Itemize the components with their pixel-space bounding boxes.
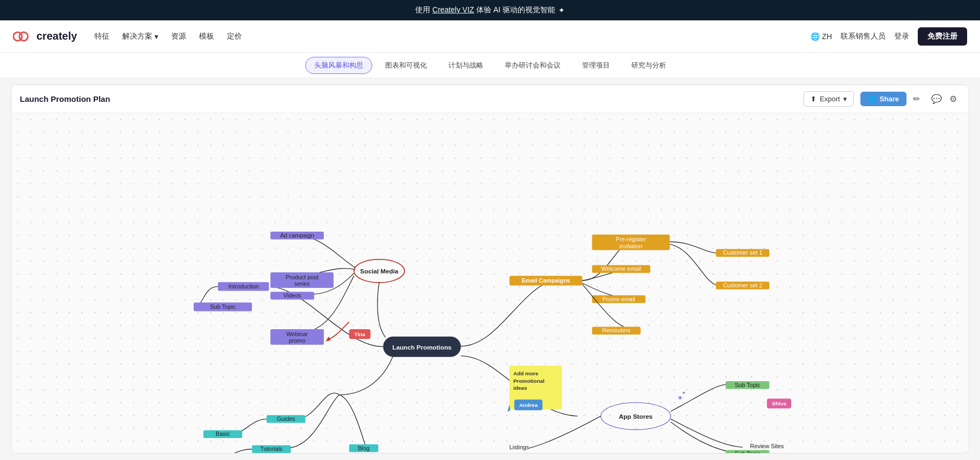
listings-label: Listings <box>509 444 529 450</box>
tutorials-label: Tutorials <box>260 446 283 452</box>
sparkle-small: ✦ <box>682 390 686 396</box>
product-post-label: Product post <box>286 274 319 280</box>
nav-features[interactable]: 特征 <box>94 32 109 41</box>
tab-projects[interactable]: 管理项目 <box>573 57 618 73</box>
tab-research[interactable]: 研究与分析 <box>623 57 675 73</box>
app-stores-label: App Stores <box>619 413 653 420</box>
chevron-down-icon: ▾ <box>154 32 158 41</box>
review-sites-label: Review Sites <box>750 443 784 449</box>
center-node-label: Launch Promotions <box>392 344 452 351</box>
nav-links: 特征 解决方案 ▾ 资源 模板 定价 <box>94 32 794 41</box>
nav-resources[interactable]: 资源 <box>171 32 186 41</box>
nav-pricing[interactable]: 定价 <box>227 32 242 41</box>
tab-charts[interactable]: 图表和可视化 <box>377 57 436 73</box>
customer-set2-label: Customer set 2 <box>723 282 763 288</box>
introduction-label: Introduction <box>229 283 259 290</box>
globe-icon: 🌐 <box>810 32 820 41</box>
canvas-toolbar: Launch Promotion Plan ⬆ Export ▾ 🌐 Share… <box>11 85 969 113</box>
subtopic-right1-label: Sub Topic <box>735 382 761 388</box>
sticky-line3: ideas <box>513 385 527 391</box>
webinar-promo-label2: promo <box>289 337 306 344</box>
sticky-line1: Add more <box>513 370 539 376</box>
mindmap-area[interactable]: Launch Promotions Introduction Sub Topic… <box>11 113 969 453</box>
toolbar-right: ✏ 💬 ⚙ <box>913 94 960 105</box>
register-button[interactable]: 免费注册 <box>918 27 967 46</box>
logo-icon <box>13 31 32 42</box>
welcome-email-label: Welcome email <box>601 265 641 272</box>
canvas-container: Launch Promotion Plan ⬆ Export ▾ 🌐 Share… <box>11 85 969 454</box>
blog-label: Blog <box>358 445 370 451</box>
main-nav: creately 特征 解决方案 ▾ 资源 模板 定价 🌐 ZH 联系销售人员 … <box>0 20 980 53</box>
andrea-tag: Andrea <box>519 402 538 408</box>
export-icon: ⬆ <box>810 95 816 103</box>
webinar-promo-label1: Webinar <box>286 331 308 337</box>
shiva-tag: Shiva <box>772 400 786 406</box>
svg-point-1 <box>19 32 28 41</box>
top-banner: 使用 Creately VIZ 体验 AI 驱动的视觉智能 ✦ <box>0 0 980 20</box>
mindmap-svg: Launch Promotions Introduction Sub Topic… <box>11 113 969 453</box>
subtopic-right2-label: Sub Topic <box>735 450 761 453</box>
edit-icon[interactable]: ✏ <box>913 94 924 105</box>
basic-label: Basic <box>216 431 230 437</box>
tina-tag: Tina <box>355 331 366 337</box>
ad-campaign-label: Ad campaign <box>280 232 314 239</box>
guides-label: Guides <box>277 416 296 422</box>
logo-text: creately <box>36 30 77 42</box>
contact-sales-link[interactable]: 联系销售人员 <box>841 32 886 41</box>
subtopic-intro-label: Sub Topic <box>210 303 236 310</box>
customer-set1-label: Customer set 1 <box>723 249 763 256</box>
banner-text: 使用 Creately VIZ 体验 AI 驱动的视觉智能 <box>415 5 555 15</box>
share-globe-icon: 🌐 <box>868 95 876 103</box>
language-selector[interactable]: 🌐 ZH <box>810 32 832 41</box>
promo-email-label: Promo email <box>602 296 635 302</box>
nav-right: 🌐 ZH 联系销售人员 登录 免费注册 <box>810 27 967 46</box>
settings-icon[interactable]: ⚙ <box>949 94 960 105</box>
sticky-line2: Promotional <box>513 378 544 384</box>
logo[interactable]: creately <box>13 30 77 42</box>
videos-label: Videos <box>283 292 301 299</box>
product-post-series-label: series <box>294 280 311 287</box>
share-button[interactable]: 🌐 Share <box>860 92 907 106</box>
nav-solutions[interactable]: 解决方案 ▾ <box>122 32 158 41</box>
nav-templates[interactable]: 模板 <box>199 32 214 41</box>
banner-link[interactable]: Creately VIZ <box>432 5 474 14</box>
sub-nav: 头脑风暴和构思 图表和可视化 计划与战略 举办研讨会和会议 管理项目 研究与分析 <box>0 53 980 78</box>
comment-icon[interactable]: 💬 <box>931 94 942 105</box>
sparkle-icon: ✦ <box>558 6 565 14</box>
dropdown-icon: ▾ <box>843 95 847 103</box>
login-button[interactable]: 登录 <box>894 32 909 41</box>
reminders-label: Reminders <box>602 327 631 333</box>
preregister-label2: invitation <box>620 243 643 249</box>
tab-brainstorm[interactable]: 头脑风暴和构思 <box>305 57 372 74</box>
email-campaigns-label: Email Campaigns <box>521 277 570 284</box>
export-button[interactable]: ⬆ Export ▾ <box>804 91 854 107</box>
tab-planning[interactable]: 计划与战略 <box>440 57 492 73</box>
social-media-label: Social Media <box>360 268 399 274</box>
tab-workshops[interactable]: 举办研讨会和会议 <box>496 57 569 73</box>
preregister-label1: Pre-register <box>616 236 646 242</box>
canvas-title: Launch Promotion Plan <box>20 94 797 103</box>
